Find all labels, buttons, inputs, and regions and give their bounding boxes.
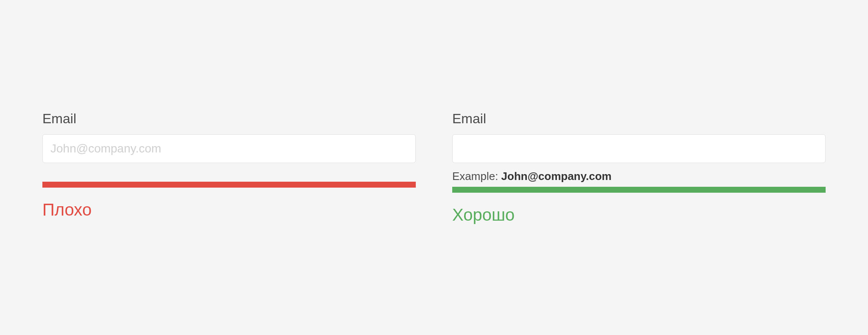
divider-bar-good [452, 187, 826, 193]
hint-prefix: Example: [452, 170, 501, 183]
divider-bar-bad [42, 182, 416, 188]
verdict-bad: Плохо [42, 200, 416, 219]
comparison-container: Email Плохо Email Example: John@company.… [0, 111, 868, 224]
email-input-good[interactable] [452, 134, 826, 163]
hint-value: John@company.com [501, 170, 612, 183]
good-example-panel: Email Example: John@company.com Хорошо [452, 111, 826, 224]
email-input-bad[interactable] [42, 134, 416, 163]
email-label-good: Email [452, 111, 826, 127]
email-hint: Example: John@company.com [452, 170, 826, 183]
verdict-good: Хорошо [452, 205, 826, 224]
bad-example-panel: Email Плохо [42, 111, 416, 224]
email-label-bad: Email [42, 111, 416, 127]
